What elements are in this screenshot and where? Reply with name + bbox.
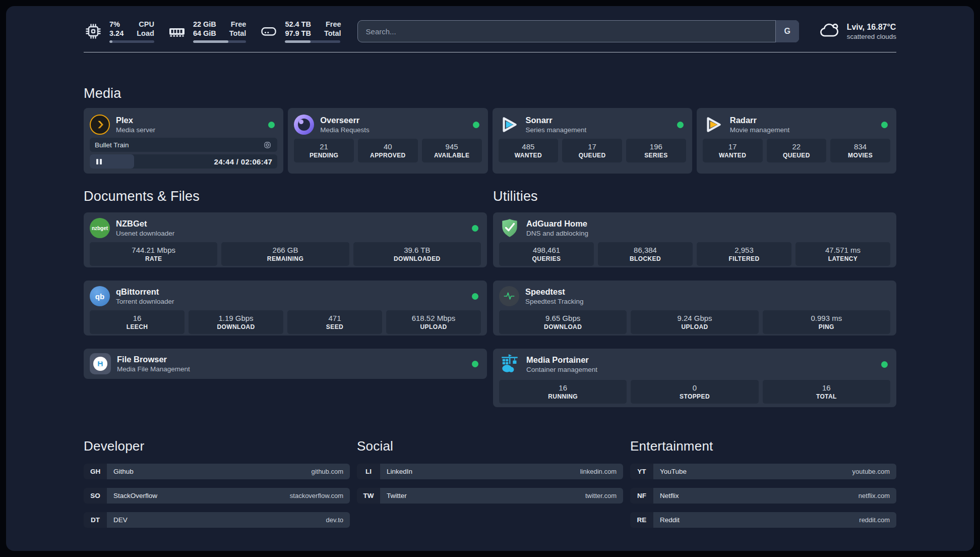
adguard-icon xyxy=(499,217,520,239)
social-section: Social LI LinkedInlinkedin.com TW Twitte… xyxy=(357,438,623,528)
nzbget-card[interactable]: nzbget NZBGet Usenet downloader 744.21 M… xyxy=(84,212,487,267)
playback-time: 24:44 / 02:06:47 xyxy=(214,157,273,166)
stat-download: 1.19 GbpsDOWNLOAD xyxy=(189,310,283,334)
filebrowser-icon xyxy=(90,353,111,374)
bookmark-reddit[interactable]: RE Redditreddit.com xyxy=(630,512,896,528)
documents-section: Documents & Files nzbget NZBGet Usenet d… xyxy=(84,189,487,407)
media-section-title: Media xyxy=(84,86,896,101)
stat-upload: 9.24 GbpsUPLOAD xyxy=(631,310,758,334)
disk-widget: 52.4 TB 97.9 TB Free Total xyxy=(259,20,341,43)
stat-blocked: 86,384BLOCKED xyxy=(598,242,693,266)
status-dot xyxy=(472,225,478,232)
app-title: Media Portainer xyxy=(526,355,597,365)
speedtest-icon xyxy=(499,286,519,306)
qbittorrent-icon: qb xyxy=(90,286,110,306)
search-engine-button[interactable]: G xyxy=(775,20,799,42)
bookmark-stackoverflow[interactable]: SO StackOverflowstackoverflow.com xyxy=(84,488,350,504)
weather-location-temp: Lviv, 16.87°C xyxy=(847,22,896,32)
bookmark-domain: dev.to xyxy=(326,516,343,524)
bookmark-netflix[interactable]: NF Netflixnetflix.com xyxy=(630,488,896,504)
stat-available: 945AVAILABLE xyxy=(422,139,482,162)
plex-icon xyxy=(90,115,110,135)
pause-icon xyxy=(100,159,102,164)
developer-section-title: Developer xyxy=(84,438,350,454)
speedtest-card[interactable]: Speedtest Speedtest Tracking 9.65 GbpsDO… xyxy=(493,281,896,336)
stat-approved: 40APPROVED xyxy=(358,139,418,162)
stat-latency: 47.571 msLATENCY xyxy=(795,242,890,266)
bookmark-dev[interactable]: DT DEVdev.to xyxy=(84,512,350,528)
app-title: Radarr xyxy=(730,115,790,126)
bookmark-github[interactable]: GH Githubgithub.com xyxy=(84,464,350,479)
app-title: NZBGet xyxy=(116,218,174,229)
bookmark-domain: netflix.com xyxy=(859,492,890,499)
bookmark-name: Twitter xyxy=(387,492,407,499)
disk-free-label: Free xyxy=(324,20,341,29)
stat-queries: 498,461QUERIES xyxy=(499,242,594,266)
radarr-icon xyxy=(703,114,724,135)
stat-pending: 21PENDING xyxy=(294,139,354,162)
stat-wanted: 17WANTED xyxy=(703,139,763,162)
app-title: File Browser xyxy=(117,354,190,365)
memory-total-value: 64 GiB xyxy=(193,29,216,38)
portainer-icon xyxy=(499,354,520,375)
bookmark-name: LinkedIn xyxy=(387,468,412,475)
app-subtitle: Media File Management xyxy=(117,365,190,373)
status-dot xyxy=(268,122,275,128)
bookmark-name: YouTube xyxy=(660,468,687,475)
cpu-label: CPU xyxy=(137,20,154,29)
app-subtitle: Media server xyxy=(116,126,155,134)
entertainment-section: Entertainment YT YouTubeyoutube.com NF N… xyxy=(630,438,896,528)
memory-progress-bar xyxy=(193,40,247,43)
cpu-percent: 7% xyxy=(109,20,124,29)
bookmark-youtube[interactable]: YT YouTubeyoutube.com xyxy=(630,464,896,479)
cpu-progress-bar xyxy=(109,40,154,43)
filebrowser-card[interactable]: File Browser Media File Management xyxy=(84,349,487,379)
bookmark-abbr: NF xyxy=(630,488,653,504)
bookmark-domain: reddit.com xyxy=(859,516,890,524)
bookmark-abbr: LI xyxy=(357,464,380,479)
overseerr-icon xyxy=(294,115,314,135)
weather-condition: scattered clouds xyxy=(847,32,896,41)
bookmark-linkedin[interactable]: LI LinkedInlinkedin.com xyxy=(357,464,623,479)
search-input[interactable] xyxy=(357,20,799,42)
adguard-card[interactable]: AdGuard Home DNS and adblocking 498,461Q… xyxy=(493,212,896,267)
stat-series: 196SERIES xyxy=(626,139,686,162)
top-bar: 7% 3.24 CPU Load xyxy=(84,6,896,43)
now-playing-row: Bullet Train xyxy=(90,138,277,152)
disk-icon xyxy=(259,22,278,41)
memory-widget: 22 GiB 64 GiB Free Total xyxy=(167,20,247,43)
app-title: Speedtest xyxy=(525,287,584,297)
memory-free-value: 22 GiB xyxy=(193,20,216,29)
bookmark-name: DEV xyxy=(113,516,128,524)
stat-upload: 618.52 MbpsUPLOAD xyxy=(386,310,481,334)
social-section-title: Social xyxy=(357,438,623,454)
sonarr-card[interactable]: Sonarr Series management 485WANTED 17QUE… xyxy=(493,108,692,174)
memory-icon xyxy=(167,22,187,41)
bookmark-name: StackOverflow xyxy=(113,492,157,499)
bookmark-name: Reddit xyxy=(660,516,680,524)
bookmark-twitter[interactable]: TW Twittertwitter.com xyxy=(357,488,623,504)
stat-wanted: 485WANTED xyxy=(499,139,559,162)
stat-rate: 744.21 MbpsRATE xyxy=(90,242,217,266)
portainer-card[interactable]: Media Portainer Container management 16R… xyxy=(493,349,896,407)
app-subtitle: DNS and adblocking xyxy=(526,229,588,238)
dashboard: 7% 3.24 CPU Load xyxy=(6,6,974,551)
header-divider xyxy=(84,52,896,52)
pause-button[interactable] xyxy=(90,154,134,169)
bookmark-domain: linkedin.com xyxy=(580,468,617,475)
qbittorrent-card[interactable]: qb qBittorrent Torrent downloader 16LEEC… xyxy=(84,281,487,336)
sonarr-icon xyxy=(499,114,520,135)
radarr-card[interactable]: Radarr Movie management 17WANTED 22QUEUE… xyxy=(697,108,896,174)
overseerr-card[interactable]: Overseerr Media Requests 21PENDING 40APP… xyxy=(288,108,487,174)
app-title: AdGuard Home xyxy=(526,218,588,229)
app-title: qBittorrent xyxy=(116,287,174,297)
stat-movies: 834MOVIES xyxy=(830,139,890,162)
status-dot xyxy=(677,122,684,128)
bookmark-abbr: GH xyxy=(84,464,107,479)
plex-card[interactable]: Plex Media server Bullet Train xyxy=(84,108,283,174)
utilities-section-title: Utilities xyxy=(493,189,896,204)
bookmark-abbr: SO xyxy=(84,488,107,504)
utilities-section: Utilities xyxy=(493,189,896,407)
search-box: G xyxy=(357,20,799,42)
session-icon[interactable] xyxy=(263,140,272,150)
